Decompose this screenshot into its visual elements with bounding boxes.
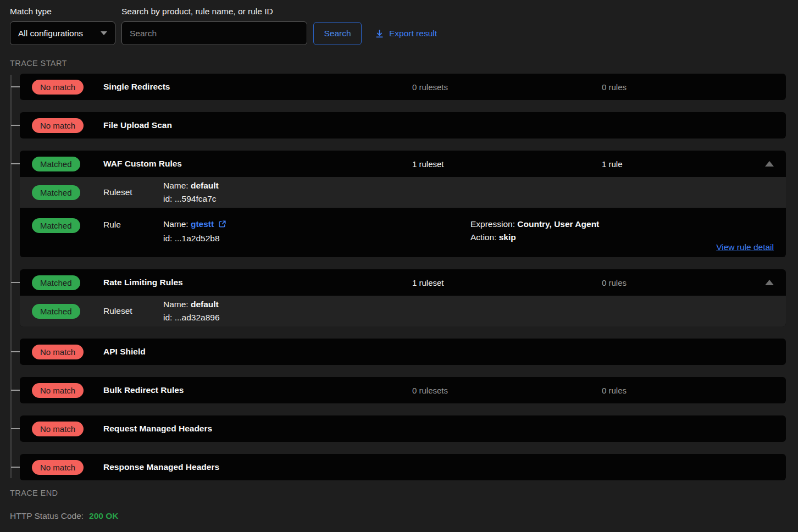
ruleset-count: 1 ruleset (412, 278, 602, 287)
status-badge: Matched (32, 275, 80, 290)
collapse-icon[interactable] (765, 280, 774, 285)
rule-count: 1 rule (602, 159, 760, 169)
section-header: No match Single Redirects 0 rulesets 0 r… (20, 74, 786, 100)
ruleset-row: Matched Ruleset Name: default id: ...594… (20, 177, 786, 208)
expression-value: Country, User Agent (517, 219, 599, 229)
trace-row-single-redirects: No match Single Redirects 0 rulesets 0 r… (20, 74, 786, 100)
ruleset-id: ...ad32a896 (175, 313, 220, 322)
ruleset-row: Matched Ruleset Name: default id: ...ad3… (20, 296, 786, 326)
ruleset-name: default (191, 181, 219, 190)
status-badge: No match (32, 118, 84, 133)
status-badge: Matched (32, 185, 80, 200)
match-type-label: Match type (10, 7, 121, 16)
match-type-value: All configurations (18, 29, 83, 38)
section-header: No match Response Managed Headers (20, 454, 786, 480)
status-badge: No match (32, 383, 84, 398)
section-header: No match File Upload Scan (20, 112, 786, 138)
rule-id: ...1a2d52b8 (175, 234, 220, 243)
chevron-down-icon (101, 31, 107, 35)
status-badge: Matched (32, 304, 80, 319)
ruleset-name: default (191, 300, 219, 309)
product-name: Bulk Redirect Rules (103, 385, 412, 395)
status-badge: Matched (32, 157, 80, 171)
controls-bar: Match type All configurations Search by … (10, 7, 786, 45)
action-label: Action: (470, 232, 496, 242)
entry-type-label: Rule (103, 220, 163, 230)
name-label: Name: (163, 300, 189, 309)
section-header[interactable]: Matched Rate Limiting Rules 1 ruleset 0 … (20, 269, 786, 296)
rule-expression-block: Expression: Country, User Agent Action: … (470, 218, 774, 244)
status-badge: No match (32, 422, 84, 436)
product-name: Response Managed Headers (103, 462, 412, 472)
trace-row-bulk-redirect-rules: No match Bulk Redirect Rules 0 rulesets … (20, 377, 786, 403)
product-name: Request Managed Headers (103, 424, 412, 434)
product-name: API Shield (103, 347, 412, 357)
view-rule-detail-link[interactable]: View rule detail (716, 242, 774, 252)
http-status-label: HTTP Status Code: (10, 511, 84, 521)
trace-rail-line (10, 75, 12, 478)
expression-label: Expression: (470, 219, 515, 229)
download-icon (375, 29, 384, 38)
entry-type-label: Ruleset (103, 187, 163, 197)
rule-name-link[interactable]: gtestt (191, 219, 214, 229)
product-name: File Upload Scan (103, 120, 412, 130)
status-badge: No match (32, 460, 84, 475)
status-badge: Matched (32, 218, 80, 233)
trace-row-request-managed-headers: No match Request Managed Headers (20, 415, 786, 442)
match-type-select[interactable]: All configurations (10, 21, 115, 45)
trace-row-file-upload-scan: No match File Upload Scan (20, 112, 786, 138)
search-label: Search by product, rule name, or rule ID (121, 7, 313, 16)
id-label: id: (163, 313, 172, 322)
status-badge: No match (32, 345, 84, 359)
rule-count: 0 rules (602, 386, 760, 395)
rule-name-id: Name: gtestt id: ...1a2d52b8 (163, 218, 470, 245)
http-status-value: 200 OK (89, 511, 118, 521)
export-result-link[interactable]: Export result (375, 22, 437, 45)
product-name: WAF Custom Rules (103, 159, 412, 169)
action-value: skip (499, 232, 516, 242)
section-header: No match Bulk Redirect Rules 0 rulesets … (20, 377, 786, 403)
export-result-label: Export result (389, 29, 437, 38)
rule-row: Matched Rule Name: gtestt id: ...1a2d52b… (20, 208, 786, 257)
id-label: id: (163, 234, 172, 243)
name-label: Name: (163, 219, 189, 229)
product-name: Rate Limiting Rules (103, 278, 412, 287)
section-header: No match Request Managed Headers (20, 415, 786, 442)
ruleset-count: 0 rulesets (412, 82, 602, 92)
status-badge: No match (32, 80, 84, 95)
http-status-line: HTTP Status Code: 200 OK (10, 511, 786, 521)
trace-list: No match Single Redirects 0 rulesets 0 r… (10, 74, 786, 480)
section-header[interactable]: Matched WAF Custom Rules 1 ruleset 1 rul… (20, 151, 786, 177)
ruleset-id: ...594fca7c (175, 194, 217, 203)
ruleset-name-id: Name: default id: ...594fca7c (163, 179, 470, 206)
product-name: Single Redirects (103, 82, 412, 92)
search-input[interactable] (121, 21, 307, 45)
ruleset-name-id: Name: default id: ...ad32a896 (163, 298, 470, 324)
name-label: Name: (163, 181, 189, 190)
trace-row-rate-limiting-rules: Matched Rate Limiting Rules 1 ruleset 0 … (20, 269, 786, 326)
ruleset-count: 0 rulesets (412, 386, 602, 395)
entry-type-label: Ruleset (103, 306, 163, 316)
trace-page: Match type All configurations Search by … (0, 0, 798, 521)
ruleset-count: 1 ruleset (412, 159, 602, 169)
external-link-icon (218, 219, 226, 232)
trace-start-label: TRACE START (10, 59, 786, 68)
rule-count: 0 rules (602, 278, 760, 287)
trace-row-api-shield: No match API Shield (20, 339, 786, 365)
trace-end-label: TRACE END (10, 489, 786, 497)
rule-count: 0 rules (602, 82, 760, 92)
trace-row-response-managed-headers: No match Response Managed Headers (20, 454, 786, 480)
collapse-icon[interactable] (765, 161, 774, 167)
id-label: id: (163, 194, 172, 203)
trace-row-waf-custom-rules: Matched WAF Custom Rules 1 ruleset 1 rul… (20, 151, 786, 257)
section-header: No match API Shield (20, 339, 786, 365)
search-button[interactable]: Search (313, 22, 362, 45)
